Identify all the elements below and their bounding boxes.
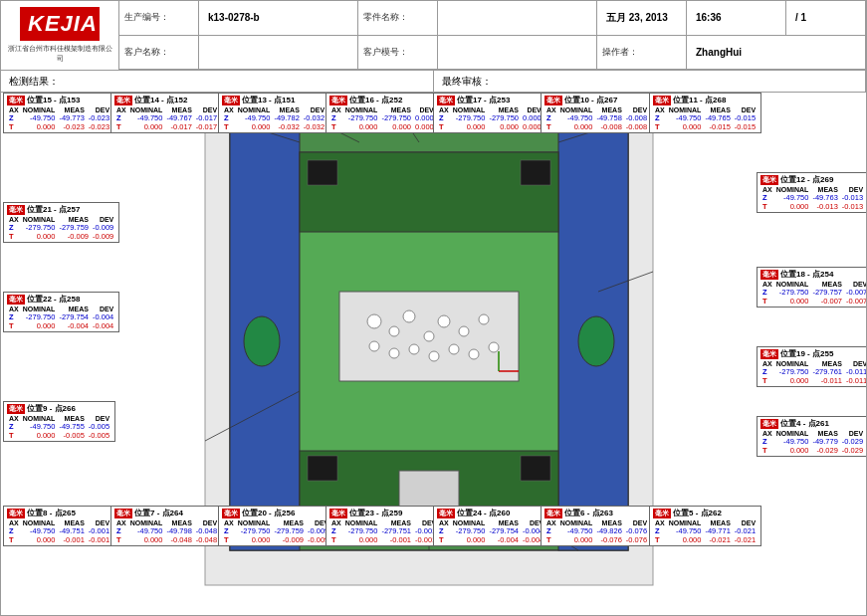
nominal-cell: 0.000 (21, 321, 58, 330)
data-row-p5-T: T0.000-0.021-0.021 (653, 535, 758, 544)
col-nominal: NOMINAL (774, 281, 811, 288)
pos-label-p16: 位置16 - 点252 (349, 95, 402, 105)
data-table-p4: AXNOMINALMEASDEVZ-49.750-49.779-0.029T0.… (760, 430, 865, 455)
pos-label-p6: 位置6 - 点263 (564, 508, 613, 518)
pos-label-p4: 位置4 - 点261 (780, 418, 829, 429)
col-nominal: NOMINAL (236, 106, 273, 113)
svg-rect-24 (308, 160, 337, 185)
data-row-p19-T: T0.000-0.011-0.011 (760, 376, 867, 385)
col-meas: MEAS (487, 106, 521, 113)
dev-cell: -0.008 (624, 122, 649, 131)
ax-cell: T (760, 297, 774, 306)
nominal-cell: -49.750 (128, 526, 165, 535)
prod-num-value-cell: k13-0278-b (199, 1, 358, 36)
data-row-p20-T: T0.000-0.009-0.009 (222, 535, 330, 544)
ax-cell: T (114, 535, 128, 544)
nominal-cell: 0.000 (774, 202, 811, 211)
ax-cell: T (222, 122, 236, 131)
meas-cell: -279.754 (57, 312, 91, 321)
meas-cell: -49.798 (164, 526, 193, 535)
mm-icon-p11: 毫米 (653, 96, 671, 105)
ax-cell: Z (114, 113, 128, 122)
measurement-panel-p14: 毫米位置14 - 点152AXNOMINALMEASDEVZ-49.750-49… (110, 93, 223, 133)
col-nominal: NOMINAL (21, 415, 58, 422)
ax-cell: T (437, 535, 451, 544)
data-row-p21-T: T0.000-0.009-0.009 (7, 232, 115, 241)
data-row-p22-Z: Z-279.750-279.754-0.004 (7, 312, 115, 321)
panel-title-p22: 毫米位置22 - 点258 (7, 294, 115, 305)
dev-cell: -0.048 (194, 526, 219, 535)
part-name-label: 零件名称： (363, 11, 408, 24)
customer-label-cell: 客户名称： (119, 36, 199, 71)
dev-cell: -0.029 (840, 437, 865, 446)
ax-cell: T (7, 232, 21, 241)
mm-icon-p17: 毫米 (437, 96, 455, 105)
data-table-p19: AXNOMINALMEASDEVZ-279.750-279.761-0.011T… (760, 360, 867, 385)
col-ax: AX (222, 106, 236, 113)
nominal-cell: -49.750 (667, 113, 704, 122)
meas-cell: 0.000 (379, 122, 413, 131)
ax-cell: Z (114, 526, 128, 535)
panel-title-p10: 毫米位置10 - 点267 (544, 95, 649, 105)
col-nominal: NOMINAL (21, 306, 58, 312)
dev-cell: -0.032 (302, 113, 326, 122)
data-table-p6: AXNOMINALMEASDEVZ-49.750-49.826-0.076T0.… (544, 519, 649, 544)
measurement-panel-p20: 毫米位置20 - 点256AXNOMINALMEASDEVZ-279.750-2… (218, 506, 334, 546)
mm-icon-p21: 毫米 (7, 205, 25, 215)
meas-cell: -279.759 (272, 526, 306, 535)
panel-title-p16: 毫米位置16 - 点252 (329, 95, 436, 105)
ax-cell: T (114, 122, 128, 131)
pos-label-p20: 位置20 - 点256 (242, 508, 295, 518)
data-row-p10-Z: Z-49.750-49.758-0.008 (544, 113, 649, 122)
measurement-panel-p19: 毫米位置19 - 点255AXNOMINALMEASDEVZ-279.750-2… (757, 346, 867, 387)
col-nominal: NOMINAL (21, 106, 58, 113)
dev-cell: -0.005 (87, 422, 111, 431)
meas-cell: -279.754 (487, 526, 521, 535)
data-row-p14-T: T0.000-0.017-0.017 (114, 122, 219, 131)
nominal-cell: 0.000 (236, 122, 273, 131)
pos-label-p5: 位置5 - 点262 (673, 508, 722, 518)
measurement-panel-p8: 毫米位置8 - 点265AXNOMINALMEASDEVZ-49.750-49.… (3, 506, 115, 546)
meas-cell: -0.029 (810, 446, 839, 455)
data-row-p22-T: T0.000-0.004-0.004 (7, 321, 115, 330)
col-nominal: NOMINAL (128, 519, 165, 526)
panel-title-p13: 毫米位置13 - 点151 (222, 95, 326, 105)
logo-area: KEJIA 浙江省台州市科佳模架制造有限公司 (1, 1, 119, 70)
ax-cell: Z (760, 193, 774, 202)
svg-point-21 (489, 342, 499, 352)
mm-icon-p20: 毫米 (222, 509, 240, 518)
operator-value: ZhangHui (696, 47, 742, 58)
nominal-cell: -279.750 (21, 312, 58, 321)
meas-cell: -49.779 (810, 437, 839, 446)
ax-cell: T (760, 446, 774, 455)
data-row-p21-Z: Z-279.750-279.759-0.009 (7, 223, 115, 232)
mm-icon-p22: 毫米 (7, 295, 25, 305)
col-meas: MEAS (487, 519, 521, 526)
operator-value-cell: ZhangHui (687, 36, 866, 71)
svg-rect-30 (399, 471, 459, 511)
panel-title-p4: 毫米位置4 - 点261 (760, 418, 865, 429)
col-ax: AX (760, 360, 774, 367)
data-table-p5: AXNOMINALMEASDEVZ-49.750-49.771-0.021T0.… (653, 519, 758, 544)
meas-cell: -0.001 (379, 535, 413, 544)
final-review-label: 最终审核： (442, 75, 492, 89)
mm-icon-p13: 毫米 (222, 96, 240, 105)
customer-model-label-cell: 客户模号： (358, 36, 438, 71)
data-table-p23: AXNOMINALMEASDEVZ-279.750-279.751-0.001T… (329, 519, 438, 544)
time-cell: 16:36 (687, 1, 786, 36)
meas-cell: -279.757 (810, 288, 844, 297)
data-table-p14: AXNOMINALMEASDEVZ-49.750-49.767-0.017T0.… (114, 106, 219, 131)
meas-cell: -0.009 (57, 232, 91, 241)
panel-title-p8: 毫米位置8 - 点265 (7, 508, 111, 518)
data-table-p11: AXNOMINALMEASDEVZ-49.750-49.765-0.015T0.… (653, 106, 758, 131)
meas-cell: -49.771 (703, 526, 732, 535)
nominal-cell: 0.000 (21, 232, 58, 241)
pos-label-p22: 位置22 - 点258 (27, 294, 80, 305)
col-dev: DEV (733, 519, 758, 526)
col-ax: AX (544, 519, 558, 526)
ax-cell: Z (760, 437, 774, 446)
data-row-p7-Z: Z-49.750-49.798-0.048 (114, 526, 219, 535)
dev-cell: -0.017 (194, 122, 219, 131)
nominal-cell: 0.000 (558, 122, 595, 131)
data-row-p8-T: T0.000-0.001-0.001 (7, 535, 111, 544)
